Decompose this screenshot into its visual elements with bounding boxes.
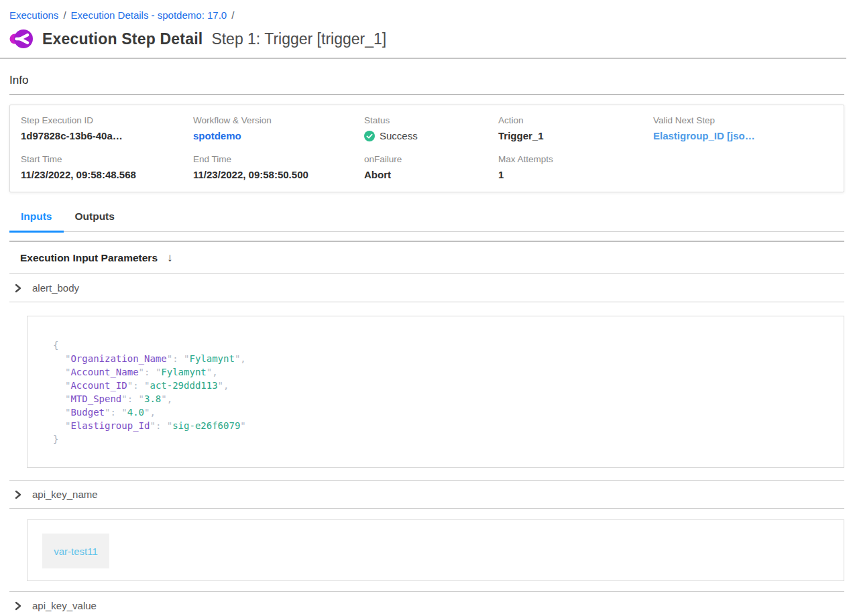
field-label-start-time: Start Time bbox=[21, 154, 193, 164]
field-value-end-time: 11/23/2022, 09:58:50.500 bbox=[193, 169, 308, 180]
json-value: 3.8 bbox=[144, 393, 161, 404]
json-colon-separator: ": " bbox=[150, 420, 172, 431]
fylamynt-logo-icon bbox=[9, 29, 34, 49]
json-line-budget: "Budget": "4.0", bbox=[53, 406, 830, 419]
tab-outputs[interactable]: Outputs bbox=[64, 210, 126, 233]
json-key: MTD_Spend bbox=[70, 393, 121, 404]
field-value-max-attempts: 1 bbox=[498, 169, 504, 180]
field-value-onfailure: Abort bbox=[364, 169, 391, 180]
json-key: Organization_Name bbox=[70, 353, 166, 364]
chevron-right-icon[interactable] bbox=[15, 490, 21, 499]
json-close-brace: } bbox=[53, 434, 58, 444]
json-value: Fylamynt bbox=[189, 353, 234, 364]
page-title: Execution Step Detail bbox=[42, 30, 203, 48]
field-label-end-time: End Time bbox=[193, 154, 364, 164]
json-value: 4.0 bbox=[127, 407, 144, 418]
field-value-step-execution-id: 1d97828c-13b6-40a… bbox=[21, 130, 123, 141]
json-line-account-name: "Account_Name": "Fylamynt", bbox=[53, 365, 830, 379]
parameters-list: alert_body{"Organization_Name": "Fylamyn… bbox=[0, 274, 853, 616]
field-label-workflow-version: Workflow & Version bbox=[193, 115, 364, 125]
json-line-account-id: "Account_ID": "act-29ddd113", bbox=[53, 379, 830, 392]
field-status: StatusSuccess bbox=[364, 115, 498, 142]
field-end-time: End Time11/23/2022, 09:58:50.500 bbox=[193, 154, 364, 181]
info-section-divider bbox=[9, 94, 844, 95]
json-value: act-29ddd113 bbox=[150, 380, 217, 391]
field-label-status: Status bbox=[364, 115, 498, 125]
page-subtitle: Step 1: Trigger [trigger_1] bbox=[211, 30, 386, 48]
param-row-api-key-name[interactable]: api_key_name bbox=[0, 481, 853, 508]
field-max-attempts: Max Attempts1 bbox=[498, 154, 653, 181]
json-key: Budget bbox=[70, 407, 105, 418]
page-header: Execution Step Detail Step 1: Trigger [t… bbox=[0, 21, 853, 49]
json-line-mtd-spend: "MTD_Spend": "3.8", bbox=[53, 392, 830, 406]
breadcrumb-separator: / bbox=[231, 9, 234, 21]
json-close-quote: ", bbox=[207, 367, 218, 377]
info-section-title: Info bbox=[0, 59, 853, 94]
field-value-valid-next-step-link[interactable]: Elastigroup_ID [jso… bbox=[653, 130, 755, 141]
execution-input-parameters-header: Execution Input Parameters ↓ bbox=[0, 242, 853, 273]
param-name-api-key-value: api_key_value bbox=[32, 600, 97, 611]
json-code-block: {"Organization_Name": "Fylamynt","Accoun… bbox=[53, 338, 830, 446]
success-icon bbox=[364, 131, 375, 141]
json-colon-separator: ": " bbox=[105, 407, 127, 418]
breadcrumb-link-executions[interactable]: Executions bbox=[9, 9, 58, 21]
json-key: Elastigroup_Id bbox=[70, 420, 150, 431]
param-content-alert-body: {"Organization_Name": "Fylamynt","Accoun… bbox=[27, 316, 844, 468]
chevron-right-icon[interactable] bbox=[15, 284, 21, 293]
param-content-api-key-name: var-test11 bbox=[27, 519, 844, 581]
field-step-execution-id: Step Execution ID1d97828c-13b6-40a… bbox=[21, 115, 193, 142]
param-name-alert-body: alert_body bbox=[32, 282, 79, 294]
tabs-bar: InputsOutputs bbox=[9, 210, 844, 232]
field-label-step-execution-id: Step Execution ID bbox=[21, 115, 193, 125]
row-divider bbox=[9, 508, 844, 509]
field-label-onfailure: onFailure bbox=[364, 154, 498, 164]
json-colon-separator: ": " bbox=[139, 367, 162, 377]
tab-inputs[interactable]: Inputs bbox=[9, 210, 64, 233]
field-valid-next-step: Valid Next StepElastigroup_ID [jso… bbox=[653, 115, 833, 142]
json-close-quote: ", bbox=[218, 380, 229, 391]
field-onfailure: onFailureAbort bbox=[364, 154, 498, 181]
field-value-action: Trigger_1 bbox=[498, 130, 544, 141]
json-close-quote: ", bbox=[161, 393, 172, 404]
param-name-api-key-name: api_key_name bbox=[32, 489, 98, 500]
json-line-elastigroup-id: "Elastigroup_Id": "sig-e26f6079" bbox=[53, 419, 830, 432]
sort-descending-icon[interactable]: ↓ bbox=[167, 251, 173, 265]
breadcrumb-separator: / bbox=[63, 9, 66, 21]
field-workflow-version: Workflow & Versionspotdemo bbox=[193, 115, 364, 142]
json-colon-separator: ": " bbox=[121, 393, 144, 404]
field-start-time: Start Time11/23/2022, 09:58:48.568 bbox=[21, 154, 193, 181]
param-row-api-key-value[interactable]: api_key_value bbox=[0, 592, 853, 616]
json-value: Fylamynt bbox=[161, 367, 206, 377]
field-value-workflow-version-link[interactable]: spotdemo bbox=[193, 130, 241, 141]
row-divider bbox=[9, 302, 844, 302]
json-close-brace-line: } bbox=[53, 432, 830, 446]
breadcrumb: Executions/Execution Details - spotdemo:… bbox=[0, 0, 853, 21]
json-open-brace-line: { bbox=[53, 338, 830, 352]
field-action: ActionTrigger_1 bbox=[498, 115, 653, 142]
json-key: Account_Name bbox=[70, 367, 138, 377]
json-colon-separator: ": " bbox=[127, 380, 150, 391]
status-badge: Success bbox=[364, 130, 498, 141]
field-label-valid-next-step: Valid Next Step bbox=[653, 115, 833, 125]
info-card: Step Execution ID1d97828c-13b6-40a…Workf… bbox=[9, 105, 844, 192]
json-close-quote: " bbox=[240, 420, 245, 431]
json-key: Account_ID bbox=[70, 380, 127, 391]
breadcrumb-link-execution-details-spotdemo-17-0[interactable]: Execution Details - spotdemo: 17.0 bbox=[71, 9, 227, 21]
json-colon-separator: ": " bbox=[167, 353, 190, 364]
json-close-quote: ", bbox=[144, 407, 156, 418]
field-value-start-time: 11/23/2022, 09:58:48.568 bbox=[21, 169, 136, 180]
status-text: Success bbox=[380, 130, 418, 141]
execution-input-parameters-title: Execution Input Parameters bbox=[20, 252, 158, 264]
json-open-brace: { bbox=[53, 340, 58, 351]
json-line-organization-name: "Organization_Name": "Fylamynt", bbox=[53, 352, 830, 365]
field-label-action: Action bbox=[498, 115, 653, 125]
field-label-max-attempts: Max Attempts bbox=[498, 154, 653, 164]
api-key-name-value-chip: var-test11 bbox=[42, 534, 109, 568]
param-row-alert-body[interactable]: alert_body bbox=[0, 274, 853, 302]
chevron-right-icon[interactable] bbox=[15, 601, 21, 611]
json-value: sig-e26f6079 bbox=[172, 420, 240, 431]
json-close-quote: ", bbox=[235, 353, 246, 364]
